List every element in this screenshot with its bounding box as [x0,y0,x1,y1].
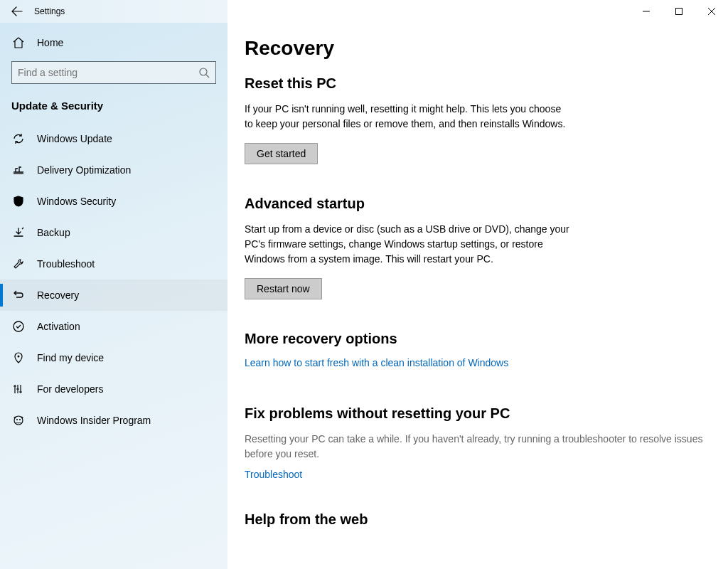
recovery-icon [11,288,26,302]
sidebar-item-label: Activation [37,321,80,332]
sidebar-item-activation[interactable]: Activation [0,311,228,342]
sidebar: Home Update & Security Windows Update [0,23,228,569]
settings-window: Settings Home [0,0,728,569]
restart-now-button[interactable]: Restart now [245,278,322,299]
sidebar-item-windows-security[interactable]: Windows Security [0,186,228,217]
sidebar-home-label: Home [37,37,63,48]
location-icon [11,351,26,365]
sidebar-nav: Windows Update Delivery Optimization Win… [0,119,228,436]
svg-rect-0 [676,9,682,15]
developer-icon [11,382,26,396]
sidebar-item-windows-insider[interactable]: Windows Insider Program [0,405,228,436]
sidebar-item-delivery-optimization[interactable]: Delivery Optimization [0,154,228,186]
backup-icon [11,225,26,240]
check-circle-icon [11,319,26,334]
fix-heading: Fix problems without resetting your PC [245,405,711,422]
maximize-icon [675,8,682,15]
fix-problems-section: Fix problems without resetting your PC R… [245,405,711,480]
reset-section: Reset this PC If your PC isn't running w… [245,75,711,164]
close-button[interactable] [695,0,728,23]
sidebar-item-label: Recovery [37,289,79,301]
sidebar-item-troubleshoot[interactable]: Troubleshoot [0,248,228,280]
svg-point-5 [16,419,18,420]
advanced-heading: Advanced startup [245,196,711,212]
sidebar-item-label: Delivery Optimization [37,164,131,176]
sidebar-item-label: Windows Update [37,133,112,144]
svg-point-1 [200,68,207,75]
search-box[interactable] [11,61,216,84]
titlebar: Settings [0,0,728,23]
sidebar-item-label: Troubleshoot [37,258,95,270]
sidebar-item-recovery[interactable]: Recovery [0,280,228,311]
troubleshoot-link[interactable]: Troubleshoot [245,469,711,480]
sidebar-item-label: For developers [37,383,103,395]
back-arrow-icon [11,6,23,17]
insider-icon [11,413,26,427]
svg-point-6 [19,419,21,420]
reset-description: If your PC isn't running well, resetting… [245,102,572,132]
advanced-description: Start up from a device or disc (such as … [245,222,572,267]
more-recovery-heading: More recovery options [245,331,711,347]
minimize-icon [643,8,650,15]
sidebar-home[interactable]: Home [0,27,228,58]
help-heading: Help from the web [245,511,711,528]
sidebar-item-backup[interactable]: Backup [0,217,228,248]
window-title: Settings [34,6,65,16]
home-icon [11,36,26,50]
content-pane[interactable]: Recovery Reset this PC If your PC isn't … [228,23,728,569]
sidebar-item-label: Windows Security [37,196,116,207]
delivery-icon [11,163,26,177]
help-from-web-section: Help from the web [245,511,711,528]
reset-heading: Reset this PC [245,75,711,92]
more-recovery-section: More recovery options Learn how to start… [245,331,711,368]
sidebar-item-windows-update[interactable]: Windows Update [0,123,228,154]
minimize-button[interactable] [630,0,663,23]
maximize-button[interactable] [663,0,695,23]
sync-icon [11,132,26,146]
start-fresh-link[interactable]: Learn how to start fresh with a clean in… [245,357,711,368]
sidebar-item-label: Find my device [37,352,104,363]
sidebar-item-find-my-device[interactable]: Find my device [0,342,228,373]
back-button[interactable] [0,0,34,23]
page-title: Recovery [245,37,711,60]
shield-icon [11,194,26,208]
svg-point-2 [14,321,23,331]
wrench-icon [11,257,26,271]
fix-description: Resetting your PC can take a while. If y… [245,432,711,462]
search-input[interactable] [18,67,198,78]
sidebar-item-label: Backup [37,227,70,238]
search-icon [198,67,210,78]
sidebar-item-for-developers[interactable]: For developers [0,373,228,405]
sidebar-category: Update & Security [0,90,228,119]
svg-point-3 [18,356,20,358]
sidebar-item-label: Windows Insider Program [37,415,151,426]
close-icon [708,8,715,15]
advanced-startup-section: Advanced startup Start up from a device … [245,196,711,299]
get-started-button[interactable]: Get started [245,143,318,164]
